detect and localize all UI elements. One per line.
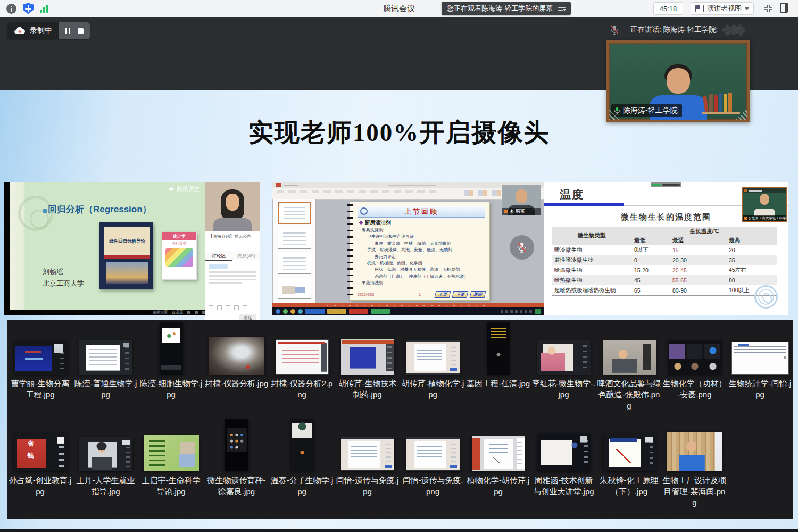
file-item[interactable]: 胡传芹-生物技术制药.jpg <box>335 321 400 417</box>
exit-fullscreen-button[interactable] <box>762 2 775 15</box>
file-thumbnail[interactable] <box>14 340 67 375</box>
file-item[interactable]: 曹学丽-生物分离工程.jpg <box>7 321 73 417</box>
file-name[interactable]: 闫怡-遗传与免疫.png <box>401 475 466 497</box>
file-name[interactable]: 胡传芹-生物技术制药.jpg <box>335 378 400 400</box>
file-thumbnail[interactable] <box>603 434 656 471</box>
view-mode-selector[interactable]: 演讲者视图 <box>691 2 754 15</box>
file-name[interactable]: 植物化学-胡传芹.jpg <box>466 475 531 497</box>
file-item[interactable]: 封棣-仪器分析.jpg <box>204 321 269 417</box>
file-item[interactable]: 王丹-大学生就业指导.jpg <box>73 417 138 520</box>
file-item[interactable]: 朱秋锋-化工原理（下）.jpg <box>596 417 662 520</box>
chat-tool-icon[interactable] <box>243 305 247 310</box>
file-thumbnail[interactable] <box>341 339 394 375</box>
slide-thumbnail-selected[interactable] <box>278 202 311 224</box>
file-item[interactable]: 生物统计学-闫怡.jpg <box>727 321 793 417</box>
file-thumbnail[interactable] <box>225 419 248 471</box>
taskbar-app-button[interactable] <box>327 309 346 314</box>
file-name[interactable]: 基因工程-任清.jpg <box>466 378 531 389</box>
file-name[interactable]: 封棣-仪器分析.jpg <box>204 378 269 389</box>
file-thumbnail[interactable] <box>732 342 789 375</box>
tray-app-icon[interactable] <box>535 309 541 314</box>
chat-tool-icon[interactable] <box>217 305 222 310</box>
file-item[interactable]: 周雅涵-技术创新与创业大讲堂.jpg <box>531 417 596 520</box>
file-name[interactable]: 曹学丽-生物分离工程.jpg <box>8 378 73 400</box>
file-thumbnail[interactable] <box>668 340 721 375</box>
footer-video-settings[interactable]: 视频设置 <box>153 310 168 315</box>
file-name[interactable]: 温赛-分子生物学.jpg <box>270 475 335 497</box>
slide-thumbnail[interactable] <box>278 278 311 299</box>
footer-adaptive[interactable]: 自适应 <box>172 310 183 315</box>
file-thumbnail[interactable] <box>276 339 329 375</box>
file-thumbnail[interactable] <box>667 432 722 471</box>
slide-thumbnail[interactable] <box>278 228 311 249</box>
file-name[interactable]: 王启宇-生命科学导论.jpg <box>139 475 204 497</box>
file-name[interactable]: 生物统计学-闫怡.jpg <box>728 378 793 400</box>
file-name[interactable]: 封棣-仪器分析2.png <box>270 378 335 400</box>
file-name[interactable]: 生物化学（功材）-安磊.png <box>662 378 727 400</box>
file-thumbnail[interactable] <box>406 340 460 375</box>
file-item[interactable]: 闫怡-遗传与免疫.png <box>400 417 466 520</box>
file-name[interactable]: 胡传芹-植物化学.jpg <box>401 378 466 400</box>
file-name[interactable]: 啤酒文化品鉴与绿色酿造-张殿伟.png <box>597 378 662 411</box>
file-name[interactable]: 闫怡-遗传与免疫.jpg <box>335 475 400 497</box>
file-item[interactable]: 温赛-分子生物学.jpg <box>269 417 335 520</box>
next-page-button[interactable]: 下页 <box>452 291 469 298</box>
file-thumbnail[interactable]: 省 钱 <box>14 433 67 471</box>
stop-recording-button[interactable] <box>78 28 84 34</box>
file-item[interactable]: 闫怡-遗传与免疫.jpg <box>335 417 400 520</box>
slide-thumbnail[interactable] <box>278 253 311 274</box>
taskbar-icon[interactable] <box>298 309 303 314</box>
file-item[interactable]: 李红花-微生物学-.jpg <box>531 321 596 417</box>
prev-page-button[interactable]: 上页 <box>435 291 451 298</box>
system-tray[interactable] <box>501 310 533 313</box>
taskbar-app-button[interactable] <box>305 309 325 314</box>
file-thumbnail[interactable] <box>472 436 525 471</box>
side-panel-toggle[interactable] <box>780 3 791 14</box>
file-item[interactable]: 封棣-仪器分析2.png <box>269 321 335 417</box>
footer-icon[interactable] <box>195 311 198 314</box>
file-item[interactable]: 啤酒文化品鉴与绿色酿造-张殿伟.png <box>596 321 662 417</box>
file-item[interactable]: 基因工程-任清.jpg <box>466 321 531 417</box>
security-shield-icon[interactable] <box>23 3 34 14</box>
info-icon[interactable] <box>6 4 16 14</box>
file-name[interactable]: 李红花-微生物学-.jpg <box>531 378 596 400</box>
file-name[interactable]: 周雅涵-技术创新与创业大讲堂.jpg <box>531 475 596 497</box>
file-item[interactable]: 陈滢-普通生物学.jpg <box>73 321 138 417</box>
file-item[interactable]: 胡传芹-植物化学.jpg <box>400 321 466 417</box>
file-thumbnail[interactable] <box>144 435 199 471</box>
chat-tool-icon[interactable] <box>226 305 230 310</box>
file-item[interactable]: 陈滢-细胞生物学.jpg <box>138 321 204 417</box>
taskbar-icon[interactable] <box>290 309 295 314</box>
taskbar-icon[interactable] <box>276 309 280 314</box>
file-thumbnail[interactable] <box>79 340 132 375</box>
footer-icon[interactable] <box>187 311 190 314</box>
file-item[interactable]: 王启宇-生命科学导论.jpg <box>138 417 204 520</box>
taskbar-icon[interactable] <box>283 309 288 314</box>
file-thumbnail[interactable] <box>290 419 314 471</box>
file-thumbnail[interactable] <box>406 437 460 471</box>
file-name[interactable]: 陈滢-细胞生物学.jpg <box>139 378 204 400</box>
tab-members[interactable]: 成员(49) <box>232 251 260 261</box>
file-item[interactable]: 微生物遗传育种-徐嘉良.jpg <box>204 417 269 520</box>
file-name[interactable]: 微生物遗传育种-徐嘉良.jpg <box>204 475 269 497</box>
taskbar-app-button[interactable] <box>371 309 390 314</box>
file-item[interactable]: 植物化学-胡传芹.jpg <box>466 417 531 520</box>
file-item[interactable]: 生物工厂设计及项目管理-裴海闰.png <box>662 417 727 520</box>
chat-tool-icon[interactable] <box>209 305 213 310</box>
chat-tool-icon[interactable] <box>234 305 239 310</box>
file-name[interactable]: 孙占斌-创业教育.jpg <box>8 475 73 497</box>
back-button[interactable]: 返回 <box>470 291 486 298</box>
taskbar-app-button[interactable] <box>349 309 368 314</box>
file-name[interactable]: 朱秋锋-化工原理（下）.jpg <box>597 475 662 497</box>
network-signal-icon[interactable] <box>40 4 48 13</box>
speaker-video-thumbnail[interactable]: 陈海涛-轻工学院 <box>606 40 750 122</box>
banner-menu-icon[interactable] <box>558 7 566 11</box>
file-name[interactable]: 王丹-大学生就业指导.jpg <box>73 475 138 497</box>
file-thumbnail[interactable] <box>537 340 591 375</box>
tab-discussion[interactable]: 讨论区 <box>205 251 232 261</box>
file-thumbnail[interactable] <box>603 340 656 375</box>
file-item[interactable]: 省 钱孙占斌-创业教育.jpg <box>7 417 73 520</box>
file-thumbnail[interactable] <box>537 433 591 471</box>
file-thumbnail[interactable] <box>487 322 510 375</box>
file-thumbnail[interactable] <box>341 437 394 471</box>
